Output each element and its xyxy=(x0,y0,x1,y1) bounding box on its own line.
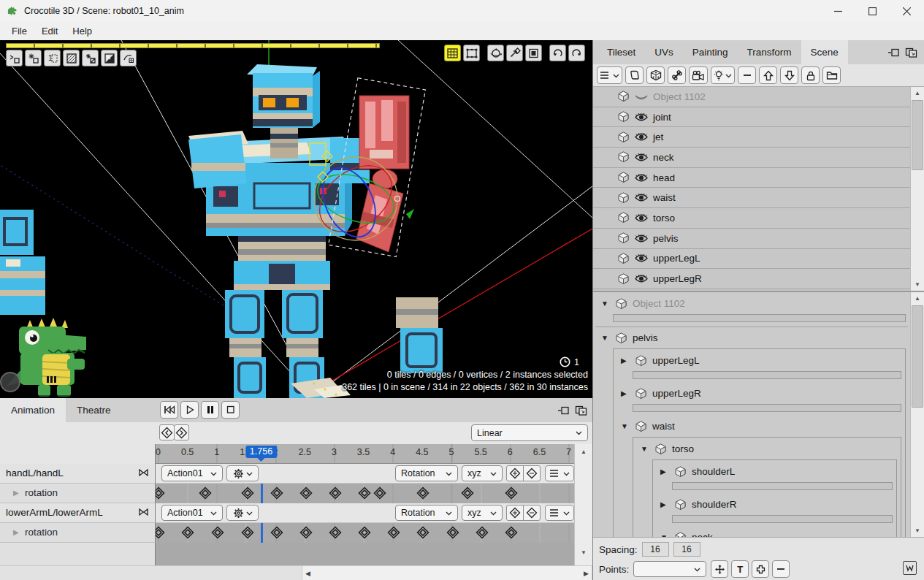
skip-start-button[interactable] xyxy=(160,401,178,419)
eye-open-icon[interactable] xyxy=(635,274,648,283)
spacing-y-input[interactable]: 16 xyxy=(673,542,700,557)
points-add-button[interactable] xyxy=(752,560,769,578)
lattice-button[interactable] xyxy=(463,45,480,61)
keyframe-icon[interactable] xyxy=(358,486,371,500)
tree-node-pelvis[interactable]: ▼ pelvis xyxy=(595,328,908,348)
minus-button[interactable] xyxy=(738,66,756,84)
move-button[interactable] xyxy=(506,45,523,61)
scene-object-row[interactable]: pelvis xyxy=(593,229,910,249)
chevron-collapsed-icon[interactable]: ▶ xyxy=(13,489,19,497)
keyframe-icon[interactable] xyxy=(446,526,459,539)
chevron-collapsed-icon[interactable]: ▶ xyxy=(13,528,19,536)
keyframe-icon[interactable] xyxy=(181,526,194,539)
square-button[interactable] xyxy=(525,45,542,61)
remove-keyframe-button[interactable] xyxy=(523,505,541,521)
track-header[interactable]: handL/handL xyxy=(0,464,156,484)
spray-tile-button[interactable] xyxy=(82,50,99,66)
keyframe-icon[interactable] xyxy=(270,486,283,500)
popout-icon[interactable] xyxy=(904,45,918,59)
keyframe-lane[interactable] xyxy=(156,523,574,543)
stamp-tile-button[interactable]: 1 xyxy=(44,50,61,66)
timeline-ruler[interactable]: 00.511.522.533.544.555.566.571.756 xyxy=(156,444,574,464)
pin-icon[interactable] xyxy=(138,468,149,477)
chevron-expanded-icon[interactable]: ▼ xyxy=(641,445,649,453)
points-select[interactable] xyxy=(633,561,706,577)
glow-tile-button[interactable] xyxy=(25,50,42,66)
tree-node-torso[interactable]: ▼ torso xyxy=(635,439,899,459)
keyframe-icon[interactable] xyxy=(505,486,518,500)
action-settings-button[interactable] xyxy=(226,465,259,481)
menu-button[interactable] xyxy=(597,66,622,84)
scroll-up-icon[interactable]: ▲ xyxy=(577,446,590,458)
keyframe-icon[interactable] xyxy=(299,486,313,500)
light-button[interactable] xyxy=(711,66,735,84)
points-move-button[interactable] xyxy=(711,560,728,578)
scene-object-row[interactable]: torso xyxy=(593,208,910,229)
chevron-collapsed-icon[interactable]: ▶ xyxy=(621,389,630,397)
tree-node-neck[interactable]: ▼ neck xyxy=(654,527,895,537)
plane-button[interactable] xyxy=(625,66,644,84)
scene-object-row[interactable]: neck xyxy=(593,148,910,168)
eye-open-icon[interactable] xyxy=(635,253,648,263)
3d-viewport[interactable]: 1 1 0 tiles / 0 edges / 0 vertices / 2 i… xyxy=(0,40,592,398)
redo-button[interactable] xyxy=(568,45,585,61)
scroll-down-icon[interactable]: ▼ xyxy=(577,546,590,559)
keyframe-icon[interactable] xyxy=(373,486,386,500)
eye-open-icon[interactable] xyxy=(635,234,648,243)
cut-tile-button[interactable] xyxy=(6,50,23,66)
popout-icon[interactable] xyxy=(574,403,588,417)
tab-theatre[interactable]: Theatre xyxy=(66,398,122,422)
keyframe-icon[interactable] xyxy=(461,486,474,500)
undo-button[interactable] xyxy=(549,45,566,61)
tree-node-shoulderr[interactable]: ▶ shoulderR xyxy=(654,495,895,514)
tab-uvs[interactable]: UVs xyxy=(645,40,683,64)
close-button[interactable] xyxy=(890,0,924,22)
property-select[interactable]: Rotation xyxy=(395,465,458,481)
keyframe-icon[interactable] xyxy=(387,526,400,539)
eye-open-icon[interactable] xyxy=(635,153,648,162)
minimize-button[interactable] xyxy=(821,0,855,22)
chevron-expanded-icon[interactable]: ▼ xyxy=(601,299,610,308)
orbit-button[interactable] xyxy=(487,45,504,61)
keyframe-icon[interactable] xyxy=(329,526,342,539)
track-menu-button[interactable] xyxy=(545,465,574,481)
eye-open-icon[interactable] xyxy=(635,213,648,223)
spacing-x-input[interactable]: 16 xyxy=(642,542,669,557)
property-select[interactable]: Rotation xyxy=(395,505,458,521)
pause-button[interactable] xyxy=(201,401,219,419)
cube-button[interactable] xyxy=(646,66,665,84)
keyframe-icon[interactable] xyxy=(416,486,429,500)
scene-object-row[interactable]: waist xyxy=(593,188,910,208)
tree-node-shoulderl[interactable]: ▶ shoulderL xyxy=(654,462,895,481)
folder-button[interactable] xyxy=(822,66,841,84)
keyframe-icon[interactable] xyxy=(156,526,165,539)
menu-file[interactable]: File xyxy=(4,23,34,39)
tree-scrollbar[interactable]: ▲ ▼ xyxy=(910,292,924,537)
axes-select[interactable]: xyz xyxy=(462,465,503,481)
keyframe-icon[interactable] xyxy=(241,526,254,539)
keyframe-lane[interactable] xyxy=(156,484,574,503)
chevron-collapsed-icon[interactable]: ▶ xyxy=(621,356,630,365)
channel-row[interactable]: ▶ rotation xyxy=(0,484,156,503)
keyframe-icon[interactable] xyxy=(156,486,165,500)
scene-object-row[interactable]: joint xyxy=(593,107,910,128)
scroll-up-icon[interactable]: ▲ xyxy=(911,292,924,305)
shade-tile-button[interactable] xyxy=(101,50,118,66)
keyframe-icon[interactable] xyxy=(505,526,518,539)
arrow-down-button[interactable] xyxy=(780,66,798,84)
lock-button[interactable] xyxy=(801,66,820,84)
tree-node-upperlegl[interactable]: ▶ upperLegL xyxy=(615,351,904,370)
scroll-up-icon[interactable]: ▲ xyxy=(911,87,924,99)
keyframe-icon[interactable] xyxy=(211,526,224,539)
keyframe-icon[interactable] xyxy=(476,526,489,539)
playhead-line[interactable] xyxy=(261,484,263,503)
chevron-collapsed-icon[interactable]: ▶ xyxy=(660,500,669,508)
scene-object-row[interactable]: Object 1102 xyxy=(593,87,910,107)
eye-closed-icon[interactable] xyxy=(635,92,648,102)
action-select[interactable]: Action01 xyxy=(161,505,223,521)
grid-snap-button[interactable] xyxy=(444,45,461,61)
dock-icon[interactable] xyxy=(886,45,900,59)
add-keyframe-button[interactable] xyxy=(506,505,524,521)
tree-node-upperlegr[interactable]: ▶ upperLegR xyxy=(615,384,904,403)
tree-node-waist[interactable]: ▼ waist xyxy=(615,416,904,436)
